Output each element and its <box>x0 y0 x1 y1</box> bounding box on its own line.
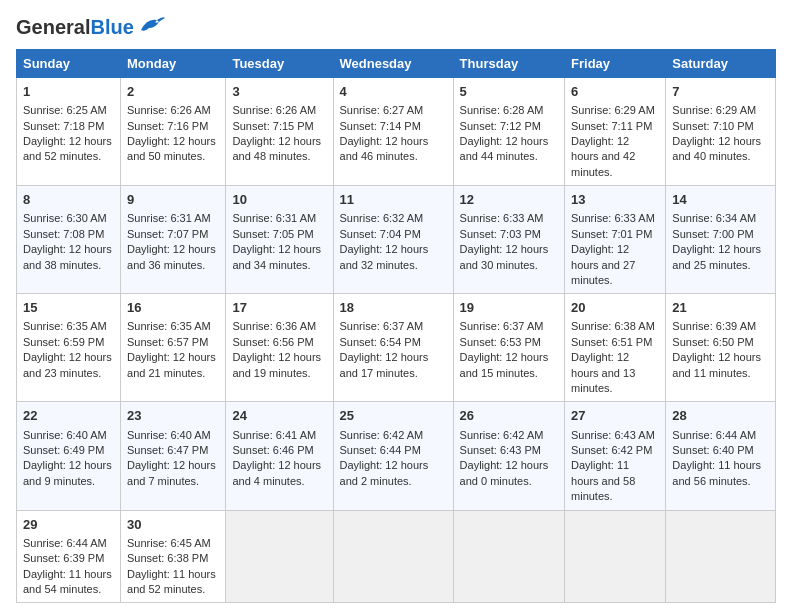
day-info: Daylight: 11 hours and 52 minutes. <box>127 567 219 598</box>
day-info: Sunrise: 6:29 AM <box>672 103 769 118</box>
calendar-cell <box>565 510 666 603</box>
day-info: Sunset: 7:18 PM <box>23 119 114 134</box>
day-number: 22 <box>23 407 114 425</box>
day-info: Daylight: 12 hours and 19 minutes. <box>232 350 326 381</box>
calendar-cell: 14Sunrise: 6:34 AMSunset: 7:00 PMDayligh… <box>666 186 776 294</box>
day-number: 9 <box>127 191 219 209</box>
day-header-thursday: Thursday <box>453 50 564 78</box>
day-number: 30 <box>127 516 219 534</box>
day-info: Sunrise: 6:39 AM <box>672 319 769 334</box>
day-info: Daylight: 12 hours and 2 minutes. <box>340 458 447 489</box>
day-number: 20 <box>571 299 659 317</box>
day-info: Sunrise: 6:29 AM <box>571 103 659 118</box>
day-info: Daylight: 12 hours and 46 minutes. <box>340 134 447 165</box>
day-info: Sunset: 6:54 PM <box>340 335 447 350</box>
day-info: Sunrise: 6:42 AM <box>340 428 447 443</box>
day-info: Sunrise: 6:37 AM <box>340 319 447 334</box>
day-number: 4 <box>340 83 447 101</box>
day-info: Sunset: 7:01 PM <box>571 227 659 242</box>
day-info: Daylight: 12 hours and 42 minutes. <box>571 134 659 180</box>
calendar-cell: 8Sunrise: 6:30 AMSunset: 7:08 PMDaylight… <box>17 186 121 294</box>
day-info: Daylight: 12 hours and 50 minutes. <box>127 134 219 165</box>
header-row: SundayMondayTuesdayWednesdayThursdayFrid… <box>17 50 776 78</box>
day-info: Sunset: 7:03 PM <box>460 227 558 242</box>
logo-bird-icon <box>137 16 165 36</box>
calendar-cell: 5Sunrise: 6:28 AMSunset: 7:12 PMDaylight… <box>453 78 564 186</box>
calendar-cell: 18Sunrise: 6:37 AMSunset: 6:54 PMDayligh… <box>333 294 453 402</box>
day-info: Sunset: 6:56 PM <box>232 335 326 350</box>
day-info: Sunrise: 6:45 AM <box>127 536 219 551</box>
calendar-cell: 12Sunrise: 6:33 AMSunset: 7:03 PMDayligh… <box>453 186 564 294</box>
day-info: Sunset: 6:59 PM <box>23 335 114 350</box>
day-info: Daylight: 11 hours and 58 minutes. <box>571 458 659 504</box>
day-header-saturday: Saturday <box>666 50 776 78</box>
day-number: 15 <box>23 299 114 317</box>
day-info: Sunset: 6:46 PM <box>232 443 326 458</box>
day-info: Sunset: 6:47 PM <box>127 443 219 458</box>
day-info: Daylight: 12 hours and 7 minutes. <box>127 458 219 489</box>
calendar-cell: 26Sunrise: 6:42 AMSunset: 6:43 PMDayligh… <box>453 402 564 510</box>
day-info: Sunrise: 6:36 AM <box>232 319 326 334</box>
day-number: 26 <box>460 407 558 425</box>
logo-text: GeneralBlue <box>16 16 134 39</box>
day-info: Sunrise: 6:31 AM <box>127 211 219 226</box>
day-info: Sunset: 6:51 PM <box>571 335 659 350</box>
day-info: Daylight: 12 hours and 27 minutes. <box>571 242 659 288</box>
day-number: 16 <box>127 299 219 317</box>
day-number: 8 <box>23 191 114 209</box>
day-number: 19 <box>460 299 558 317</box>
calendar-cell: 16Sunrise: 6:35 AMSunset: 6:57 PMDayligh… <box>121 294 226 402</box>
day-info: Sunset: 7:11 PM <box>571 119 659 134</box>
calendar-cell: 13Sunrise: 6:33 AMSunset: 7:01 PMDayligh… <box>565 186 666 294</box>
calendar-cell: 7Sunrise: 6:29 AMSunset: 7:10 PMDaylight… <box>666 78 776 186</box>
calendar-cell: 21Sunrise: 6:39 AMSunset: 6:50 PMDayligh… <box>666 294 776 402</box>
day-info: Daylight: 12 hours and 13 minutes. <box>571 350 659 396</box>
calendar-cell: 29Sunrise: 6:44 AMSunset: 6:39 PMDayligh… <box>17 510 121 603</box>
day-header-tuesday: Tuesday <box>226 50 333 78</box>
week-row-1: 1Sunrise: 6:25 AMSunset: 7:18 PMDaylight… <box>17 78 776 186</box>
calendar-cell: 24Sunrise: 6:41 AMSunset: 6:46 PMDayligh… <box>226 402 333 510</box>
day-info: Daylight: 12 hours and 15 minutes. <box>460 350 558 381</box>
day-info: Daylight: 12 hours and 17 minutes. <box>340 350 447 381</box>
day-info: Sunset: 6:43 PM <box>460 443 558 458</box>
day-info: Sunset: 6:53 PM <box>460 335 558 350</box>
calendar-cell: 11Sunrise: 6:32 AMSunset: 7:04 PMDayligh… <box>333 186 453 294</box>
calendar-cell: 2Sunrise: 6:26 AMSunset: 7:16 PMDaylight… <box>121 78 226 186</box>
day-number: 24 <box>232 407 326 425</box>
day-number: 27 <box>571 407 659 425</box>
day-info: Daylight: 12 hours and 21 minutes. <box>127 350 219 381</box>
day-info: Sunrise: 6:41 AM <box>232 428 326 443</box>
day-info: Sunrise: 6:34 AM <box>672 211 769 226</box>
day-info: Sunset: 7:10 PM <box>672 119 769 134</box>
day-info: Sunrise: 6:37 AM <box>460 319 558 334</box>
day-info: Sunrise: 6:40 AM <box>127 428 219 443</box>
day-info: Daylight: 12 hours and 36 minutes. <box>127 242 219 273</box>
day-number: 18 <box>340 299 447 317</box>
week-row-2: 8Sunrise: 6:30 AMSunset: 7:08 PMDaylight… <box>17 186 776 294</box>
day-info: Daylight: 11 hours and 54 minutes. <box>23 567 114 598</box>
day-info: Sunset: 6:42 PM <box>571 443 659 458</box>
calendar-cell: 10Sunrise: 6:31 AMSunset: 7:05 PMDayligh… <box>226 186 333 294</box>
day-info: Sunrise: 6:26 AM <box>232 103 326 118</box>
day-info: Sunset: 6:49 PM <box>23 443 114 458</box>
day-number: 25 <box>340 407 447 425</box>
day-info: Sunset: 7:14 PM <box>340 119 447 134</box>
calendar-cell: 4Sunrise: 6:27 AMSunset: 7:14 PMDaylight… <box>333 78 453 186</box>
day-info: Daylight: 12 hours and 40 minutes. <box>672 134 769 165</box>
calendar-cell <box>226 510 333 603</box>
day-number: 1 <box>23 83 114 101</box>
day-info: Daylight: 12 hours and 48 minutes. <box>232 134 326 165</box>
day-info: Daylight: 12 hours and 30 minutes. <box>460 242 558 273</box>
week-row-4: 22Sunrise: 6:40 AMSunset: 6:49 PMDayligh… <box>17 402 776 510</box>
calendar-cell <box>453 510 564 603</box>
day-info: Sunset: 6:39 PM <box>23 551 114 566</box>
day-info: Daylight: 12 hours and 9 minutes. <box>23 458 114 489</box>
calendar-cell: 27Sunrise: 6:43 AMSunset: 6:42 PMDayligh… <box>565 402 666 510</box>
day-info: Sunrise: 6:25 AM <box>23 103 114 118</box>
calendar-cell: 17Sunrise: 6:36 AMSunset: 6:56 PMDayligh… <box>226 294 333 402</box>
calendar-cell: 25Sunrise: 6:42 AMSunset: 6:44 PMDayligh… <box>333 402 453 510</box>
calendar-table: SundayMondayTuesdayWednesdayThursdayFrid… <box>16 49 776 603</box>
calendar-cell: 22Sunrise: 6:40 AMSunset: 6:49 PMDayligh… <box>17 402 121 510</box>
day-info: Daylight: 12 hours and 34 minutes. <box>232 242 326 273</box>
day-info: Sunrise: 6:33 AM <box>571 211 659 226</box>
